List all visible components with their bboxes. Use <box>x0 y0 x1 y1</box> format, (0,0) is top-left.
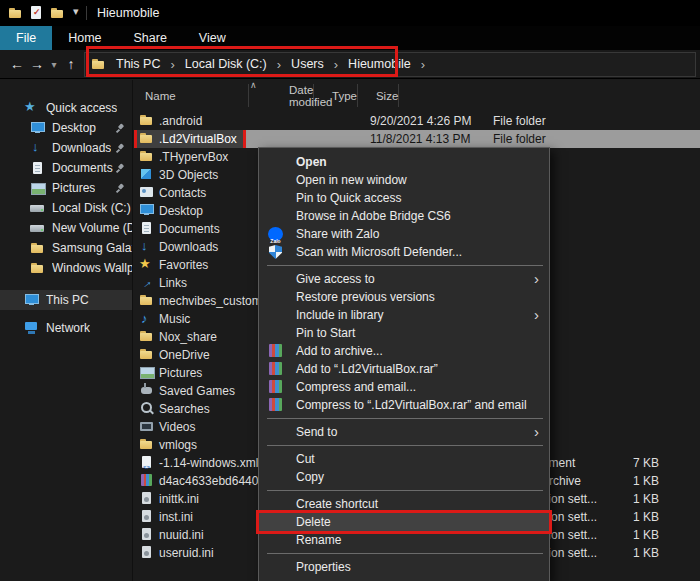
context-menu-item[interactable]: Browse in Adobe Bridge CS6 <box>259 207 549 225</box>
menu-item-label: Copy <box>296 470 324 484</box>
ribbon-tab[interactable]: View <box>183 26 242 50</box>
context-menu-item[interactable]: Open <box>259 153 549 171</box>
file-size: 1 KB <box>602 490 667 508</box>
context-menu-item[interactable] <box>259 486 549 495</box>
column-header[interactable]: Name <box>140 84 249 107</box>
context-menu-item[interactable]: Scan with Microsoft Defender... <box>259 243 549 261</box>
sidebar-item[interactable]: Desktop <box>0 118 132 138</box>
file-row[interactable]: .Ld2VirtualBox 11/8/2021 4:13 PM File fo… <box>134 130 700 148</box>
file-name: Music <box>159 312 190 326</box>
context-menu-item[interactable]: Properties <box>259 558 549 576</box>
menu-item-icon <box>268 191 283 205</box>
sidebar-item[interactable]: Documents <box>0 158 132 178</box>
context-menu-item[interactable]: Restore previous versions <box>259 288 549 306</box>
context-menu-item[interactable]: Compress and email... <box>259 378 549 396</box>
pin-icon <box>115 183 126 194</box>
sidebar-item-quick-access[interactable]: Quick access <box>0 98 132 118</box>
column-headers: ∧ Name Date modified Type Size <box>140 84 680 107</box>
sidebar-item[interactable]: Samsung Galaxy Wa <box>0 238 132 258</box>
file-size: 7 KB <box>602 454 667 472</box>
file-name: Pictures <box>159 366 202 380</box>
nav-button-icon[interactable]: ▾ <box>48 59 60 70</box>
file-icon <box>139 401 154 415</box>
context-menu-item[interactable]: Pin to Start <box>259 324 549 342</box>
ribbon-tab[interactable]: File <box>0 26 52 50</box>
file-name: useruid.ini <box>159 546 214 560</box>
file-size <box>602 436 667 454</box>
file-size <box>602 130 667 148</box>
breadcrumb-segment[interactable]: Users <box>287 57 344 72</box>
file-icon <box>139 203 154 217</box>
menu-item-label: Scan with Microsoft Defender... <box>296 245 462 259</box>
context-menu-item[interactable]: Compress to “.Ld2VirtualBox.rar” and ema… <box>259 396 549 414</box>
file-row[interactable]: .android 9/20/2021 4:26 PM File folder <box>134 112 700 130</box>
sidebar-item[interactable]: Local Disk (C:) <box>0 198 132 218</box>
context-menu-item[interactable]: Create shortcut <box>259 495 549 513</box>
menu-item-label: Cut <box>296 452 315 466</box>
context-menu-item[interactable] <box>259 261 549 270</box>
file-name: nuuid.ini <box>159 528 204 542</box>
context-menu-item[interactable]: Delete <box>259 513 549 531</box>
sidebar-item[interactable]: Downloads <box>0 138 132 158</box>
sidebar-item[interactable]: Pictures <box>0 178 132 198</box>
navigation-pane: Quick access Desktop Downloads <box>0 80 133 581</box>
context-menu-item[interactable]: Pin to Quick access <box>259 189 549 207</box>
file-name: Videos <box>159 420 195 434</box>
sidebar-item[interactable]: New Volume (D:) <box>0 218 132 238</box>
file-icon <box>139 167 154 181</box>
breadcrumb-segment[interactable]: Hieumobile <box>344 57 431 72</box>
file-icon <box>139 527 154 541</box>
menu-item-label: Browse in Adobe Bridge CS6 <box>296 209 451 223</box>
column-header[interactable]: Date modified <box>249 84 314 107</box>
file-size: 1 KB <box>602 526 667 544</box>
address-bar[interactable]: This PC Local Disk (C:) Users Hieumobile <box>84 52 696 77</box>
context-menu-item[interactable] <box>259 414 549 423</box>
breadcrumb-segment[interactable]: Local Disk (C:) <box>181 57 287 72</box>
context-menu-item[interactable]: Share with Zalo <box>259 225 549 243</box>
sidebar-item-icon <box>30 161 45 175</box>
sidebar-item-icon <box>30 221 45 235</box>
context-menu-item[interactable]: Open in new window <box>259 171 549 189</box>
context-menu-item[interactable] <box>259 441 549 450</box>
nav-button-icon[interactable]: → <box>28 56 46 72</box>
context-menu-item[interactable]: Add to “.Ld2VirtualBox.rar” <box>259 360 549 378</box>
file-name-cell: .Ld2VirtualBox <box>134 130 370 148</box>
menu-item-icon <box>268 290 283 304</box>
sidebar-item[interactable]: Windows Wallpaper <box>0 258 132 278</box>
menu-item-label: Pin to Quick access <box>296 191 401 205</box>
column-header[interactable]: Size <box>358 84 399 107</box>
file-size <box>602 166 667 184</box>
context-menu-item[interactable]: Cut <box>259 450 549 468</box>
nav-button-icon[interactable]: ← <box>8 56 26 72</box>
toolbar-icon[interactable] <box>71 6 86 20</box>
column-header[interactable]: Type <box>314 84 358 107</box>
context-menu-item[interactable]: Include in library <box>259 306 549 324</box>
toolbar-icon[interactable] <box>29 6 44 20</box>
sidebar-item-this-pc[interactable]: This PC <box>0 290 132 310</box>
file-size <box>602 220 667 238</box>
nav-button-icon[interactable]: ↑ <box>62 56 80 72</box>
ribbon-tab-bar: File Home Share View <box>0 26 700 50</box>
ribbon-tab-label: Share <box>134 31 167 45</box>
menu-item-icon <box>269 398 282 411</box>
menu-item-icon <box>268 515 283 529</box>
menu-item-label: Restore previous versions <box>296 290 435 304</box>
menu-item-label: Add to “.Ld2VirtualBox.rar” <box>296 362 438 376</box>
ribbon-tab[interactable]: Home <box>52 26 117 50</box>
context-menu-item[interactable]: Send to <box>259 423 549 441</box>
file-size: 1 KB <box>602 472 667 490</box>
context-menu-item[interactable]: Copy <box>259 468 549 486</box>
ribbon-tab[interactable]: Share <box>118 26 183 50</box>
toolbar-icon[interactable] <box>8 6 23 20</box>
menu-item-icon <box>268 326 283 340</box>
toolbar-icon[interactable] <box>50 6 65 20</box>
context-menu-item[interactable]: Rename <box>259 531 549 549</box>
sidebar-item-network[interactable]: Network <box>0 318 132 338</box>
context-menu-item[interactable]: Give access to <box>259 270 549 288</box>
context-menu-item[interactable] <box>259 549 549 558</box>
context-menu-item[interactable]: Add to archive... <box>259 342 549 360</box>
menu-item-icon <box>268 452 283 466</box>
file-name: Favorites <box>159 258 208 272</box>
breadcrumb-segment[interactable]: This PC <box>112 57 181 72</box>
file-size <box>602 274 667 292</box>
